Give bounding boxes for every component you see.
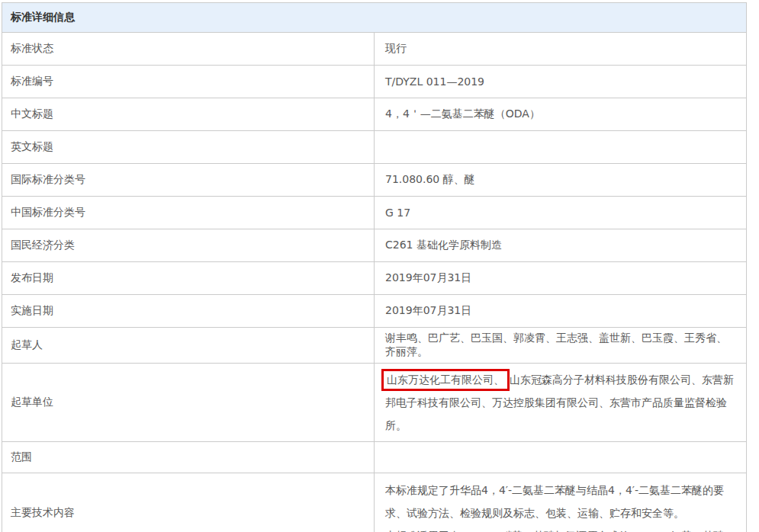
row-label: 起草单位	[2, 364, 375, 442]
row-label: 范围	[2, 442, 375, 473]
table-row: 标准状态 现行	[2, 33, 747, 66]
row-label: 英文标题	[2, 131, 375, 164]
row-value: 谢丰鸣、巴广艺、巴玉国、郭凌霄、王志强、盖世新、巴玉霞、王秀省、齐丽萍。	[375, 328, 747, 364]
row-label: 起草人	[2, 328, 375, 364]
highlight-box: 山东万达化工有限公司、	[381, 369, 510, 391]
row-value: 本标准规定了升华品4，4′-二氨基二苯醚与结晶4，4′-二氨基二苯醚的要求、试验…	[375, 473, 747, 532]
tech-content-paragraph: 本标准规定了升华品4，4′-二氨基二苯醚与结晶4，4′-二氨基二苯醚的要求、试验…	[385, 479, 735, 524]
table-row: 国民经济分类 C261 基础化学原料制造	[2, 229, 747, 262]
table-row: 实施日期 2019年07月31日	[2, 295, 747, 328]
table-header-row: 标准详细信息	[2, 3, 747, 33]
table-row: 起草人 谢丰鸣、巴广艺、巴玉国、郭凌霄、王志强、盖世新、巴玉霞、王秀省、齐丽萍。	[2, 328, 747, 364]
table-row: 起草单位 山东万达化工有限公司、山东冠森高分子材料科技股份有限公司、东营新邦电子…	[2, 364, 747, 442]
table-row: 中国标准分类号 G 17	[2, 197, 747, 229]
row-label: 标准编号	[2, 66, 375, 98]
row-value: 71.080.60 醇、醚	[375, 164, 747, 197]
table-row: 国际标准分类号 71.080.60 醇、醚	[2, 164, 747, 197]
row-value: T/DYZL 011—2019	[375, 66, 747, 98]
highlighted-text: 山东万达化工有限公司、	[387, 373, 504, 386]
row-value	[375, 131, 747, 164]
row-label: 中国标准分类号	[2, 197, 375, 229]
table-row: 中文标题 4，4＇—二氨基二苯醚（ODA）	[2, 98, 747, 131]
table-row: 英文标题	[2, 131, 747, 164]
table-row: 主要技术内容 本标准规定了升华品4，4′-二氨基二苯醚与结晶4，4′-二氨基二苯…	[2, 473, 747, 532]
row-label: 国际标准分类号	[2, 164, 375, 197]
row-value: C261 基础化学原料制造	[375, 229, 747, 262]
table-title: 标准详细信息	[2, 3, 747, 33]
row-value: 2019年07月31日	[375, 295, 747, 328]
standard-detail-table: 标准详细信息 标准状态 现行 标准编号 T/DYZL 011—2019 中文标题…	[2, 2, 747, 532]
row-label: 国民经济分类	[2, 229, 375, 262]
row-label: 标准状态	[2, 33, 375, 66]
row-value: 4，4＇—二氨基二苯醚（ODA）	[375, 98, 747, 131]
row-label: 发布日期	[2, 262, 375, 295]
row-value: 现行	[375, 33, 747, 66]
table-row: 标准编号 T/DYZL 011—2019	[2, 66, 747, 98]
table-row: 发布日期 2019年07月31日	[2, 262, 747, 295]
row-label: 实施日期	[2, 295, 375, 328]
row-label: 中文标题	[2, 98, 375, 131]
tech-content-paragraph: 本标准适用于由4，4′-二硝基二苯醚加氢还原合成的4，4′-二氨基二苯醚。	[385, 524, 735, 532]
table-row: 范围	[2, 442, 747, 473]
row-label: 主要技术内容	[2, 473, 375, 532]
row-value	[375, 442, 747, 473]
row-value: G 17	[375, 197, 747, 229]
row-value: 山东万达化工有限公司、山东冠森高分子材料科技股份有限公司、东营新邦电子科技有限公…	[375, 364, 747, 442]
row-value: 2019年07月31日	[375, 262, 747, 295]
